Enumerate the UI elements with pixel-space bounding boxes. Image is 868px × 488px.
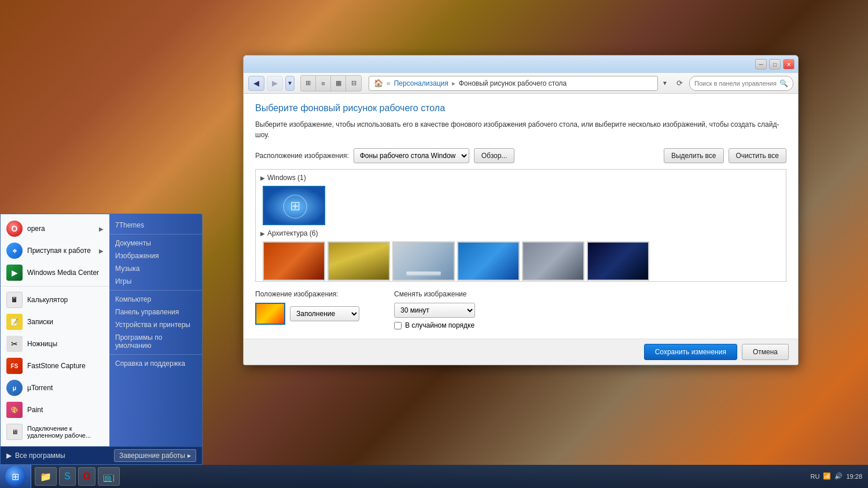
view-buttons: ⊞ ≡ ▦ ⊟ bbox=[300, 75, 362, 91]
wallpaper-thumb-arch2[interactable] bbox=[328, 241, 390, 281]
image-location-row: Расположение изображения: Фоны рабочего … bbox=[255, 148, 786, 163]
page-title: Выберите фоновый рисунок рабочего стола bbox=[255, 103, 786, 113]
thumb-image bbox=[458, 243, 518, 280]
clock-time: 19:28 bbox=[846, 472, 862, 480]
menu-item-paint-label: Paint bbox=[27, 406, 43, 414]
cancel-button[interactable]: Отмена bbox=[742, 344, 789, 360]
breadcrumb-personalization[interactable]: Персонализация bbox=[394, 79, 448, 87]
right-item-7themes[interactable]: 7Themes bbox=[109, 219, 202, 232]
shutdown-button[interactable]: Завершение работы ▸ bbox=[114, 449, 196, 462]
system-clock[interactable]: 19:28 bbox=[846, 472, 862, 480]
address-dropdown-icon[interactable]: ▼ bbox=[660, 80, 670, 86]
right-item-help[interactable]: Справка и поддержка bbox=[109, 357, 202, 370]
wallpaper-thumb-win1[interactable]: ⊞ bbox=[263, 186, 325, 225]
position-select[interactable]: Заполнение bbox=[290, 306, 359, 321]
right-item-images[interactable]: Изображения bbox=[109, 249, 202, 262]
wallpaper-thumb-arch5[interactable] bbox=[522, 241, 584, 281]
category-arch[interactable]: ▶ Архитектура (6) bbox=[258, 228, 784, 239]
right-item-music[interactable]: Музыка bbox=[109, 262, 202, 275]
select-all-button[interactable]: Выделить все bbox=[664, 148, 724, 163]
image-location-label: Расположение изображения: bbox=[255, 152, 349, 160]
expand-icon: ▶ bbox=[260, 230, 265, 237]
shuffle-row: В случайном порядке bbox=[394, 321, 510, 329]
search-box: 🔍 bbox=[689, 76, 793, 91]
interval-select[interactable]: 30 минут bbox=[394, 303, 475, 318]
window-toolbar: ◀ ▶ ▼ ⊞ ≡ ▦ ⊟ 🏠 « Персонализация ▸ Фонов… bbox=[244, 73, 798, 94]
wallpaper-thumb-arch6[interactable] bbox=[587, 241, 649, 281]
dropdown-button[interactable]: ▼ bbox=[285, 76, 295, 91]
menu-item-wmc[interactable]: ▶ Windows Media Center bbox=[1, 262, 109, 284]
menu-item-paint[interactable]: 🎨 Paint bbox=[1, 399, 109, 421]
menu-item-rdp[interactable]: 🖥 Подключение к удаленному рабоче... bbox=[1, 421, 109, 443]
change-row: 30 минут bbox=[394, 303, 510, 318]
menu-item-opera-label: opera bbox=[27, 225, 45, 233]
menu-item-scissors-label: Ножницы bbox=[27, 340, 57, 348]
all-programs-button[interactable]: ▶ Все программы bbox=[6, 452, 65, 460]
category-windows[interactable]: ▶ Windows (1) bbox=[258, 172, 784, 184]
start-button[interactable]: ⊞ bbox=[0, 465, 31, 488]
shutdown-label: Завершение работы bbox=[119, 452, 185, 460]
clear-all-button[interactable]: Очистить все bbox=[729, 148, 786, 163]
taskbar-items: 📁 S O 📺 bbox=[31, 467, 805, 486]
thumb-image bbox=[393, 243, 454, 280]
dropdown-arrow-icon: ▸ bbox=[187, 452, 191, 460]
menu-item-work[interactable]: ❖ Приступая к работе ▶ bbox=[1, 240, 109, 262]
right-item-controlpanel[interactable]: Панель управления bbox=[109, 306, 202, 318]
breadcrumb-current: Фоновый рисунок рабочего стола bbox=[459, 79, 567, 87]
right-item-games[interactable]: Игры bbox=[109, 275, 202, 288]
maximize-button[interactable]: □ bbox=[769, 59, 781, 69]
menu-item-work-label: Приступая к работе bbox=[27, 247, 91, 255]
arrow-icon: ▶ bbox=[99, 226, 104, 232]
menu-item-scissors[interactable]: ✂ Ножницы bbox=[1, 333, 109, 355]
wallpaper-thumb-arch4[interactable] bbox=[457, 241, 520, 281]
wallpaper-thumb-arch3[interactable] bbox=[392, 241, 455, 281]
menu-item-utorrent-label: µTorrent bbox=[27, 384, 53, 392]
menu-item-wmc-label: Windows Media Center bbox=[27, 269, 99, 277]
opera-icon: O bbox=[83, 471, 90, 482]
taskbar-opera[interactable]: O bbox=[78, 467, 95, 486]
position-thumb-row: Заполнение bbox=[255, 303, 371, 325]
volume-icon: 🔊 bbox=[834, 472, 843, 480]
right-item-docs[interactable]: Документы bbox=[109, 237, 202, 249]
search-input[interactable] bbox=[694, 80, 777, 87]
wallpaper-thumb-arch1[interactable] bbox=[263, 241, 325, 281]
right-item-defaults[interactable]: Программы по умолчанию bbox=[109, 331, 202, 352]
wallpaper-window: ─ □ ✕ ◀ ▶ ▼ ⊞ ≡ ▦ ⊟ 🏠 « Персонализация ▸… bbox=[243, 55, 799, 365]
wallpaper-grid: ▶ Windows (1) bbox=[255, 169, 786, 282]
view-btn-large[interactable]: ⊟ bbox=[346, 76, 361, 91]
view-btn-list[interactable]: ≡ bbox=[316, 76, 331, 91]
menu-item-faststone[interactable]: FS FastStone Capture bbox=[1, 355, 109, 377]
forward-button[interactable]: ▶ bbox=[267, 76, 283, 91]
taskbar-media[interactable]: 📺 bbox=[98, 467, 120, 486]
thumb-image bbox=[264, 243, 324, 280]
save-button[interactable]: Сохранить изменения bbox=[644, 344, 737, 360]
menu-item-opera[interactable]: O opera ▶ bbox=[1, 218, 109, 240]
location-select[interactable]: Фоны рабочего стола Windows bbox=[354, 148, 469, 163]
taskbar-skype[interactable]: S bbox=[59, 467, 76, 486]
locale-indicator: RU bbox=[811, 473, 820, 480]
right-item-computer[interactable]: Компьютер bbox=[109, 293, 202, 306]
minimize-button[interactable]: ─ bbox=[755, 59, 767, 69]
taskbar-tray: RU 📶 🔊 19:28 bbox=[805, 472, 868, 480]
refresh-button[interactable]: ⟳ bbox=[672, 79, 687, 87]
shuffle-checkbox[interactable] bbox=[394, 322, 402, 329]
category-arch-label: Архитектура (6) bbox=[267, 229, 318, 237]
menu-item-calc[interactable]: 🖩 Калькулятор bbox=[1, 289, 109, 311]
menu-item-utorrent[interactable]: µ µTorrent bbox=[1, 377, 109, 399]
all-programs-label: Все программы bbox=[15, 452, 65, 460]
browse-button[interactable]: Обзор... bbox=[474, 148, 515, 163]
right-item-devices[interactable]: Устройства и принтеры bbox=[109, 318, 202, 331]
view-btn-details[interactable]: ▦ bbox=[331, 76, 346, 91]
position-section: Положение изображения: Заполнение bbox=[255, 290, 371, 325]
view-btn-grid[interactable]: ⊞ bbox=[301, 76, 316, 91]
home-icon: 🏠 bbox=[374, 79, 383, 87]
windows-logo-icon: ⊞ bbox=[12, 471, 19, 482]
taskbar-explorer[interactable]: 📁 bbox=[35, 467, 57, 486]
window-controls: ─ □ ✕ bbox=[755, 59, 795, 69]
menu-item-notes[interactable]: 📝 Записки bbox=[1, 311, 109, 333]
back-button[interactable]: ◀ bbox=[248, 76, 264, 91]
close-button[interactable]: ✕ bbox=[783, 59, 795, 69]
svg-text:⊞: ⊞ bbox=[290, 199, 300, 213]
search-icon: 🔍 bbox=[779, 79, 788, 87]
thumb-image bbox=[588, 243, 648, 280]
